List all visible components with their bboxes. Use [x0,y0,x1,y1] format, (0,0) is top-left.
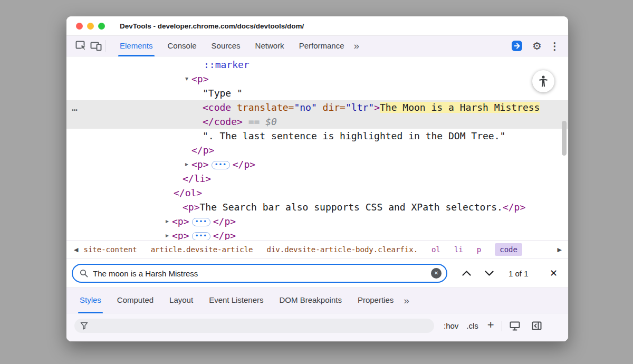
dom-node-text: </p> [213,230,236,240]
tab-sources[interactable]: Sources [204,36,248,56]
dom-tree-row[interactable]: …<code translate="no" dir="ltr">The Moon… [66,100,568,114]
breadcrumb: site-contentarticle.devsite-articlediv.d… [83,243,552,256]
dom-node-text: > [374,102,380,113]
traffic-lights [66,23,105,30]
row-options-icon[interactable]: … [72,100,78,114]
inline-expand-button[interactable]: ••• [192,232,210,240]
tab-styles[interactable]: Styles [72,288,109,313]
tab-elements[interactable]: Elements [112,36,160,56]
more-sidebar-tabs-icon[interactable]: » [404,295,409,306]
breadcrumb-item-p[interactable]: p [477,245,481,254]
dom-tree-row[interactable]: ▸<p>•••</p> [66,214,568,228]
zoom-window-button[interactable] [98,23,105,30]
elements-tree-panel: ::marker▾<p>"Type "…<code translate="no"… [66,56,568,240]
dom-tree-row[interactable]: ▸<p>•••</p> [66,228,568,240]
styles-toolbar-divider [502,321,502,331]
inline-expand-button[interactable]: ••• [192,218,210,226]
minimize-window-button[interactable] [87,23,94,30]
breadcrumb-scroll-right-icon[interactable]: ▶ [558,246,562,253]
dom-node-text: <p> [172,230,189,240]
dom-tree-row[interactable]: </p> [66,143,568,157]
dom-tree-row[interactable]: </ol> [66,186,568,200]
tab-console[interactable]: Console [160,36,204,56]
rendering-emulations-icon[interactable] [510,321,520,331]
breadcrumb-item-div-devsite-article-body-clearfix[interactable]: div.devsite-article-body.clearfix. [267,245,418,254]
expand-arrow-icon[interactable]: ▸ [164,214,171,228]
expand-arrow-icon[interactable]: ▸ [183,157,190,171]
desktop-background: DevTools - developer.chrome.com/docs/dev… [0,0,633,364]
search-text-field[interactable] [93,269,426,278]
sidebar-tabs-bar: StylesComputedLayoutEvent ListenersDOM B… [66,288,568,313]
clear-search-icon[interactable]: ✕ [431,268,442,279]
dom-node-text: == $0 [243,116,277,127]
filter-funnel-icon [80,322,88,330]
dom-node-text: ::marker [204,59,250,70]
vertical-scrollbar[interactable] [562,121,567,156]
dom-node-text: "no" [294,102,316,113]
inline-expand-button[interactable]: ••• [212,161,230,169]
dom-node-text: </ol> [174,187,202,198]
dom-tree-row[interactable]: ▾<p> [66,72,568,86]
dom-tree-row[interactable]: </li> [66,171,568,186]
settings-gear-icon[interactable]: ⚙ [532,41,542,51]
dom-node-text: </p> [233,159,255,170]
dom-tree-row[interactable]: <p>The Search bar also supports CSS and … [66,200,568,214]
more-panels-icon[interactable]: » [354,40,359,52]
dom-node-text: <p> [172,216,189,227]
expand-arrow-icon[interactable]: ▸ [164,228,171,240]
tab-dom-breakpoints[interactable]: DOM Breakpoints [272,288,350,313]
element-classes-button[interactable]: .cls [466,321,478,330]
tab-properties[interactable]: Properties [350,288,401,313]
next-match-icon[interactable] [485,271,494,276]
device-toolbar-icon[interactable] [89,39,103,53]
tab-performance[interactable]: Performance [292,36,352,56]
tab-computed[interactable]: Computed [109,288,161,313]
breadcrumb-item-li[interactable]: li [454,245,463,254]
dom-tree: ::marker▾<p>"Type "…<code translate="no"… [66,58,568,240]
dom-tree-row[interactable]: ::marker [66,58,568,72]
inspect-element-icon[interactable] [74,39,89,53]
dom-node-text: </p> [213,216,236,227]
tab-network[interactable]: Network [248,36,292,56]
window-titlebar: DevTools - developer.chrome.com/docs/dev… [66,16,568,36]
tab-layout[interactable]: Layout [161,288,201,313]
dom-node-text: The Search bar also supports CSS and XPa… [200,202,503,213]
kebab-menu-icon[interactable]: ⋮ [550,40,560,52]
dom-node-text: dir= [317,102,346,113]
dom-node-text: The Moon is a Harsh Mistress [380,102,540,113]
dom-node-text: "ltr" [346,102,374,113]
breadcrumb-scroll-left-icon[interactable]: ◀ [74,246,78,253]
previous-match-icon[interactable] [462,271,471,276]
new-style-rule-icon[interactable]: + [487,319,494,331]
dom-node-text: <p> [191,159,209,170]
toolbar-right-icons: ⚙ ⋮ [510,39,562,53]
toggle-sidebar-icon[interactable] [532,321,542,330]
accessibility-person-icon[interactable] [532,70,554,92]
square-arrow-icon[interactable] [510,39,524,53]
breadcrumb-item-ol[interactable]: ol [431,245,440,254]
dom-node-text: <code [203,102,231,113]
toolbar-divider [106,40,106,52]
toggle-element-state-button[interactable]: :hov [444,321,458,330]
dom-tree-row[interactable]: ▸<p>•••</p> [66,157,568,171]
dom-tree-row[interactable]: </code> == $0 [66,114,568,129]
close-window-button[interactable] [76,23,83,30]
dom-node-text: </li> [183,173,211,184]
breadcrumb-item-article-devsite-article[interactable]: article.devsite-article [151,245,253,254]
styles-toolbar: :hov .cls + [66,313,568,341]
dom-tree-row[interactable]: ". The last sentence is highlighted in t… [66,129,568,143]
breadcrumb-bar: ◀ site-contentarticle.devsite-articlediv… [66,240,568,258]
breadcrumb-item-site-content[interactable]: site-content [83,245,137,254]
dom-node-text: </code> [203,116,243,127]
dom-node-text: translate= [231,102,294,113]
tab-event-listeners[interactable]: Event Listeners [201,288,271,313]
close-search-icon[interactable]: ✕ [550,269,558,278]
dom-tree-row[interactable]: "Type " [66,86,568,100]
search-input[interactable]: ✕ [72,264,447,283]
breadcrumb-item-code[interactable]: code [495,243,522,256]
devtools-toolbar: ElementsConsoleSourcesNetworkPerformance… [66,36,568,56]
devtools-window: DevTools - developer.chrome.com/docs/dev… [66,16,569,342]
collapse-arrow-icon[interactable]: ▾ [183,72,190,86]
styles-filter-input[interactable] [74,319,434,333]
dom-node-text: ". The last sentence is highlighted in t… [203,130,505,141]
